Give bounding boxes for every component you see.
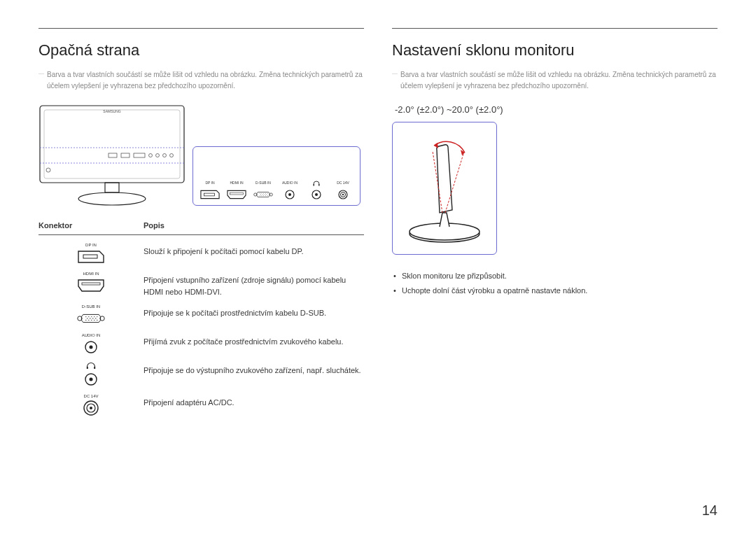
svg-point-58 — [94, 320, 94, 321]
port-label: DP IN — [205, 181, 214, 186]
svg-point-24 — [260, 195, 261, 195]
table-row: D-SUB IN Připojuje se k počítači prostře… — [38, 301, 364, 330]
svg-point-65 — [90, 378, 93, 381]
svg-point-48 — [91, 316, 92, 317]
svg-rect-63 — [94, 367, 95, 369]
table-head: Konektor Popis — [38, 221, 364, 235]
svg-point-41 — [342, 194, 344, 195]
conn-cell-hdmi: HDMI IN — [38, 272, 144, 293]
conn-cell-dc: DC 14V — [38, 394, 144, 416]
port-label: AUDIO IN — [282, 181, 298, 186]
svg-point-51 — [87, 318, 88, 318]
table-row: HDMI IN Připojení vstupního zařízení (zd… — [38, 268, 364, 301]
svg-point-68 — [90, 407, 92, 409]
svg-point-20 — [261, 193, 262, 194]
conn-cell-audio: AUDIO IN — [38, 333, 144, 355]
hdmi-icon — [227, 188, 246, 201]
dsub-icon — [253, 188, 273, 201]
svg-point-52 — [90, 318, 90, 318]
svg-point-47 — [88, 316, 89, 317]
svg-text:SAMSUNG: SAMSUNG — [103, 109, 120, 113]
svg-point-59 — [97, 320, 97, 321]
note-right: Barva a tvar vlastních součástí se může … — [392, 69, 718, 92]
conn-desc: Slouží k připojení k počítači pomocí kab… — [144, 243, 364, 258]
svg-rect-62 — [87, 367, 88, 369]
list-item: Uchopte dolní část výrobku a opatrně nas… — [392, 283, 718, 298]
conn-desc: Připojuje se do výstupního zvukového zař… — [144, 362, 364, 377]
svg-point-8 — [156, 154, 160, 157]
svg-rect-36 — [318, 184, 320, 186]
svg-rect-16 — [230, 192, 244, 195]
tilt-illustration — [392, 122, 497, 255]
svg-point-26 — [265, 195, 265, 195]
svg-point-29 — [261, 195, 262, 196]
conn-cell-headphone — [38, 362, 144, 387]
th-description: Popis — [144, 221, 364, 230]
svg-point-28 — [260, 195, 260, 196]
svg-rect-1 — [44, 110, 180, 178]
svg-point-30 — [263, 195, 264, 196]
dc-icon — [77, 400, 105, 416]
svg-point-53 — [92, 318, 93, 318]
headphone-jack-icon — [77, 372, 105, 387]
svg-rect-6 — [134, 153, 145, 157]
dc-icon — [333, 188, 353, 201]
table-row: Připojuje se do výstupního zvukového zař… — [38, 358, 364, 391]
svg-rect-15 — [204, 193, 215, 196]
dp-icon — [77, 249, 105, 265]
headphone-icon — [86, 362, 96, 370]
headphone-jack-icon — [307, 188, 326, 201]
svg-rect-0 — [40, 106, 184, 183]
svg-point-56 — [88, 320, 89, 321]
conn-desc: Připojuje se k počítači prostřednictvím … — [144, 304, 364, 319]
svg-point-14 — [78, 192, 146, 205]
tilt-spec: -2.0° (±2.0°) ~20.0° (±2.0°) — [395, 104, 718, 115]
svg-point-23 — [267, 193, 268, 194]
bullet-list: Sklon monitoru lze přizpůsobit. Uchopte … — [392, 269, 718, 298]
svg-point-57 — [91, 320, 92, 321]
port-label: DC 14V — [337, 181, 349, 186]
page-number: 14 — [702, 503, 718, 519]
conn-desc: Připojení vstupního zařízení (zdroje sig… — [144, 272, 364, 297]
svg-point-18 — [270, 193, 272, 196]
table-row: AUDIO IN Přijímá zvuk z počítače prostře… — [38, 330, 364, 358]
rule — [38, 28, 364, 29]
audio-jack-icon — [280, 188, 300, 201]
conn-label: DP IN — [85, 243, 97, 247]
audio-jack-icon — [77, 339, 105, 355]
table-row: DC 14V Připojení adaptéru AC/DC. — [38, 391, 364, 419]
rule — [392, 28, 718, 29]
svg-point-27 — [266, 195, 267, 195]
monitor-back-illustration: SAMSUNG — [38, 104, 186, 206]
headphone-icon-label — [313, 181, 320, 186]
conn-desc: Přijímá zvuk z počítače prostřednictvím … — [144, 333, 364, 348]
svg-point-25 — [262, 195, 263, 195]
port-dc: DC 14V — [333, 181, 353, 201]
svg-rect-35 — [314, 184, 315, 186]
conn-label: DC 14V — [83, 394, 98, 398]
svg-point-7 — [149, 154, 153, 157]
port-label: D-SUB IN — [255, 181, 271, 186]
svg-point-54 — [95, 318, 96, 318]
svg-rect-43 — [82, 283, 100, 285]
dp-icon — [200, 188, 220, 201]
svg-rect-13 — [105, 183, 119, 192]
left-column: Opačná strana Barva a tvar vlastních sou… — [38, 28, 364, 419]
svg-point-21 — [263, 193, 264, 194]
illustration-row: SAMSUNG DP IN HDMI IN — [38, 104, 364, 206]
table-row: DP IN Slouží k připojení k počítači pomo… — [38, 239, 364, 268]
port-headphone — [307, 181, 326, 201]
conn-desc: Připojení adaptéru AC/DC. — [144, 394, 364, 409]
heading-left: Opačná strana — [38, 41, 364, 59]
conn-cell-dp: DP IN — [38, 243, 144, 265]
heading-right: Nastavení sklonu monitoru — [392, 41, 718, 59]
connector-table: Konektor Popis DP IN Slouží k připojení … — [38, 221, 364, 419]
svg-point-50 — [97, 316, 97, 317]
note-left: Barva a tvar vlastních součástí se může … — [38, 69, 364, 92]
svg-point-61 — [90, 346, 93, 349]
svg-rect-4 — [108, 153, 117, 157]
conn-cell-dsub: D-SUB IN — [38, 304, 144, 326]
right-column: Nastavení sklonu monitoru Barva a tvar v… — [392, 28, 718, 419]
conn-label: AUDIO IN — [82, 333, 101, 337]
svg-point-22 — [265, 193, 266, 194]
